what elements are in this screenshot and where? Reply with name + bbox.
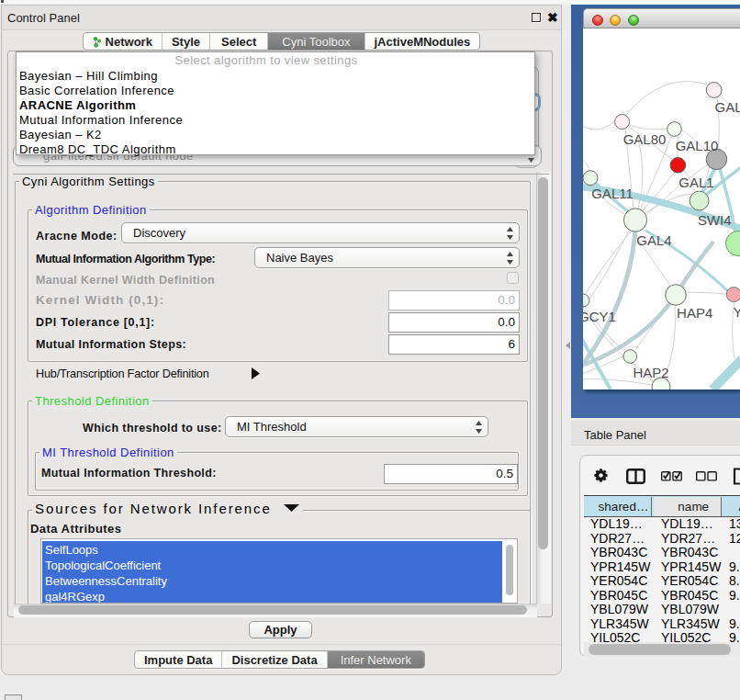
svg-text:GAL7: GAL7 <box>715 99 740 115</box>
svg-text:HAP4: HAP4 <box>677 305 712 321</box>
svg-text:GAL80: GAL80 <box>623 131 667 147</box>
svg-text:YE: YE <box>734 304 740 320</box>
svg-text:SWI4: SWI4 <box>698 212 732 228</box>
svg-text:GAL4: GAL4 <box>636 232 671 248</box>
svg-text:GAL1: GAL1 <box>678 175 713 190</box>
svg-text:GAL10: GAL10 <box>676 138 719 153</box>
svg-text:GCY1: GCY1 <box>583 309 616 324</box>
svg-text:GAL11: GAL11 <box>591 186 633 201</box>
svg-text:HAP2: HAP2 <box>633 365 668 380</box>
